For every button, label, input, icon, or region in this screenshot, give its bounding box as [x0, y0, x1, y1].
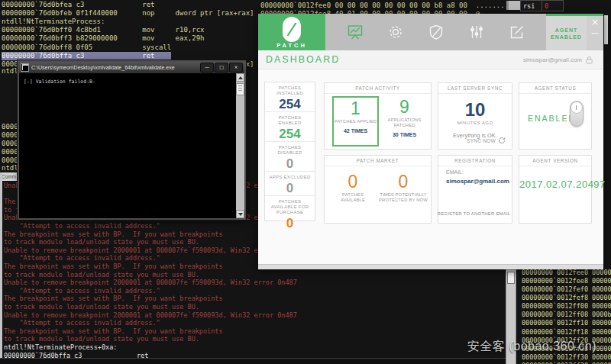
stat-item: PATCHES INSTALLED254: [265, 82, 315, 111]
dashboard-subheader: DASHBOARD simospar@gmail.com: [258, 50, 603, 69]
stat-sub: 30 TIMES: [383, 131, 426, 138]
command-output-line: The breakpoint was set with BP. If you w…: [4, 263, 223, 271]
command-output-line: The breakpoint was set with BP. If you w…: [4, 230, 223, 239]
tab-report[interactable]: [507, 22, 527, 42]
panel-patch-market: PATCH MARKET 0 PATCHES AVAILABLE 0 TIMES…: [324, 155, 432, 224]
email-label: EMAIL:: [446, 169, 464, 175]
console-titlebar[interactable]: C:\Users\symeon\Desktop\xmlvalidate_64bi…: [19, 62, 244, 73]
console-scrollbar[interactable]: [236, 73, 244, 218]
panel-last-server-sync: LAST SERVER SYNC 10 MINUTES AGO Everythi…: [438, 82, 512, 150]
command-output-line: "Attempt to access invalid address.": [4, 287, 160, 295]
stat-label: PATCHES INSTALLED: [265, 85, 315, 96]
registered-email: simospar@gmail.com: [446, 178, 509, 185]
console-window: C:\Users\symeon\Desktop\xmlvalidate_64bi…: [18, 60, 246, 220]
stat-label: PATCHES AVAILABLE: [331, 192, 375, 203]
watermark: 安全客 (bobao.360.cn): [467, 339, 596, 355]
scrollbar-fragment[interactable]: [506, 1, 522, 10]
patch-agent-window: PATCH: [258, 14, 603, 269]
disassembly-line: 00000000`76d0bff0 4c8bd1 mov r10,rcx: [2, 26, 205, 34]
agent-toggle[interactable]: [570, 101, 584, 127]
command-output-line: "Attempt to access invalid address.": [4, 222, 160, 230]
sync-unit: MINUTES AGO: [438, 120, 512, 126]
disassembly-line: 00000000`76d0bffa c3 ret: [2, 52, 171, 60]
stat-label: APPS EXCLUDED: [265, 174, 315, 180]
command-output-line: to track module load/unload state you mu…: [4, 271, 199, 279]
pane-fragment: 0000: [2, 131, 18, 140]
panel-registration: REGISTRATION EMAIL: simospar@gmail.com R…: [438, 155, 512, 224]
sliders-icon: [467, 23, 486, 41]
register-row: rsi 0: [520, 0, 564, 11]
stat-label: TIMES POTENTIALLY PROTECTED BY NOW: [378, 192, 428, 203]
scrollbar-thumb[interactable]: [507, 272, 515, 284]
minimize-icon[interactable]: —: [587, 28, 603, 37]
stats-card: PATCHES INSTALLED254PATCHES ENABLED254PA…: [264, 82, 315, 221]
command-output-line: Unable to remove breakpoint 2000001 at 0…: [4, 246, 297, 255]
compose-icon: [508, 23, 526, 41]
pane-fragment: 0000: [2, 140, 18, 148]
agent-enabled-button[interactable]: AGENT ENABLED: [546, 14, 587, 50]
command-window-label: Comm: [0, 172, 18, 181]
command-output-line: to track module load/unload state you mu…: [4, 335, 199, 343]
tab-dashboard[interactable]: [345, 22, 365, 42]
maximize-button[interactable]: □: [215, 63, 228, 72]
panel-title: LAST SERVER SYNC: [438, 83, 512, 94]
register-value: 0: [542, 0, 564, 11]
memory-row: 00000000`0012ff10 000000: [522, 319, 611, 327]
minimize-button[interactable]: —: [200, 63, 214, 72]
disassembly-line: 00000000`76d0bff3 b829000000 mov eax,29h: [2, 34, 205, 43]
stat-item: APPS EXCLUDED0: [265, 171, 315, 195]
scrollbar-fragment-right[interactable]: [604, 15, 608, 44]
scroll-up-button[interactable]: [236, 73, 244, 82]
panel-title: AGENT VERSION: [519, 156, 591, 166]
pane-fragment: 0000: [2, 123, 18, 131]
disassembly-line: 00000000`76d0bff8 0f05 syscall: [2, 43, 171, 52]
agent-version-value: 2017.02.07.20497: [519, 179, 591, 190]
stat-value: 0: [265, 156, 315, 171]
stat-label: PATCHES DISABLED: [265, 144, 315, 156]
panel-agent-version: AGENT VERSION 2017.02.07.20497: [519, 155, 592, 224]
command-output-line: "Attempt to access invalid address.": [4, 319, 160, 327]
shield-icon: [427, 23, 445, 41]
command-output-line: to track module load/unload state you mu…: [4, 303, 199, 311]
register-label: REGISTER TO ANOTHER EMAIL: [438, 211, 511, 216]
tab-settings[interactable]: [386, 22, 406, 42]
sync-now-button[interactable]: SYNC NOW: [467, 137, 506, 144]
agent-status-value: ENABLED: [528, 114, 576, 123]
scroll-down-button[interactable]: [236, 210, 244, 218]
debugger-input-row[interactable]: [0, 358, 506, 364]
console-icon: [21, 63, 29, 72]
panel-title: PATCH MARKET: [325, 156, 431, 166]
patch-logo[interactable]: PATCH: [258, 14, 325, 50]
panel-title: REGISTRATION: [438, 156, 512, 166]
stat-label: PATCHES AVAILABLE FOR PURCHASE: [265, 198, 315, 215]
gear-icon: [386, 23, 405, 41]
close-icon[interactable]: ×: [587, 16, 603, 28]
patches-available-stat: 0 PATCHES AVAILABLE: [331, 171, 375, 203]
memory-row: 00000000`0012fee0 000000: [522, 269, 611, 277]
stat-value: 0: [265, 181, 315, 195]
console-client[interactable]: [-] Validation failed:B-: [19, 73, 244, 218]
memory-row: 00000000`0012fef8 000000: [522, 294, 611, 302]
tab-security[interactable]: [426, 22, 446, 42]
scrollbar-thumb[interactable]: [236, 83, 244, 95]
stat-value: 0: [378, 172, 428, 192]
disassembly-line: 00000000`76d0bfea c3 ret: [2, 1, 154, 9]
memory-row: 00000000`0012ff08 0000bf: [522, 311, 611, 319]
tab-preferences[interactable]: [467, 22, 487, 42]
memory-row: 00000000`0012fef0 000000: [522, 285, 611, 294]
close-button[interactable]: ×: [229, 63, 243, 72]
stat-value: 0: [265, 216, 315, 230]
command-output-line: Unable to remove breakpoint 2000001 at 0…: [4, 279, 297, 287]
memory-row: 00000000`0012fee8 000000: [522, 277, 611, 285]
dashboard-navbar: [325, 14, 546, 50]
command-output-line: to track module load/unload state you mu…: [4, 238, 199, 246]
panel-title: PATCH ACTIVITY: [325, 83, 431, 94]
register-another-email-button[interactable]: REGISTER TO ANOTHER EMAIL: [438, 210, 512, 217]
stat-value: 254: [265, 97, 315, 111]
account-info[interactable]: simospar@gmail.com: [523, 56, 593, 64]
dashboard-footer: [258, 264, 603, 269]
command-output-line: ntdll!NtTerminateProcess+0xa:: [4, 343, 117, 352]
memory-row: 00000000`0012ff18 000000: [522, 328, 611, 337]
sync-now-label: SYNC NOW: [467, 138, 496, 143]
pane-fragment: ntdl: [2, 67, 18, 76]
